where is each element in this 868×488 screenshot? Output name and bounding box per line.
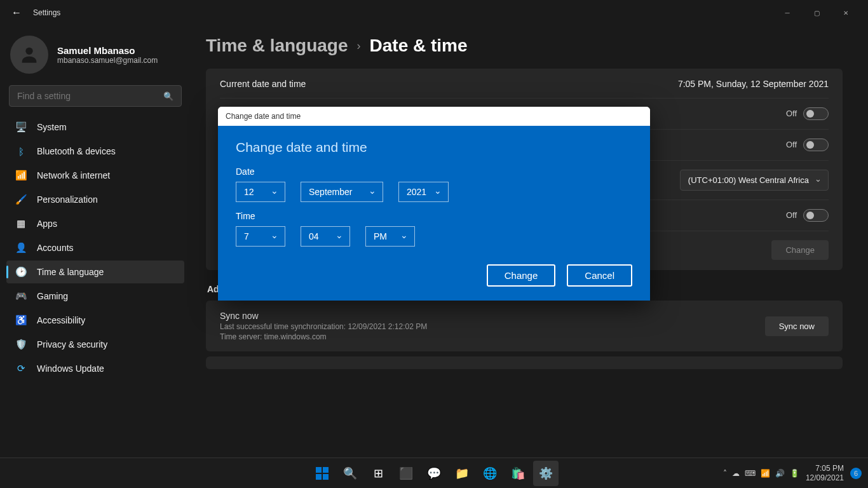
sync-now-button[interactable]: Sync now [765, 316, 829, 336]
change-datetime-dialog: Change date and time Change date and tim… [218, 107, 650, 301]
dialog-change-button[interactable]: Change [487, 264, 556, 287]
current-datetime-value: 7:05 PM, Sunday, 12 September 2021 [678, 79, 829, 89]
battery-icon[interactable]: 🔋 [790, 469, 799, 478]
gaming-icon: 🎮 [15, 290, 27, 302]
store-icon[interactable]: 🛍️ [505, 461, 531, 486]
tray-chevron-icon[interactable]: ˄ [723, 469, 727, 478]
nav-apps[interactable]: ▦Apps [6, 212, 184, 235]
time-label: Time [236, 211, 632, 221]
brush-icon: 🖌️ [15, 194, 27, 205]
user-block[interactable]: Samuel Mbanaso mbanaso.samuel@gmail.com [6, 32, 184, 85]
dialog-cancel-button[interactable]: Cancel [567, 264, 632, 287]
svg-rect-2 [323, 467, 329, 473]
dialog-heading: Change date and time [236, 140, 632, 155]
nav-system[interactable]: 🖥️System [6, 116, 184, 139]
chat-icon[interactable]: 💬 [421, 461, 447, 486]
day-select[interactable]: 12 [236, 182, 285, 202]
maximize-button[interactable]: ▢ [802, 3, 831, 23]
update-icon: ⟳ [15, 363, 27, 374]
auto-time-state: Off [786, 109, 797, 118]
edge-icon[interactable]: 🌐 [477, 461, 503, 486]
settings-taskbar-icon[interactable]: ⚙️ [533, 461, 559, 486]
onedrive-icon[interactable]: ☁ [732, 469, 740, 478]
dialog-titlebar: Change date and time [218, 107, 650, 126]
date-label: Date [236, 166, 632, 177]
sync-title: Sync now [220, 311, 427, 321]
hour-select[interactable]: 7 [236, 226, 285, 247]
person-icon: 👤 [15, 242, 27, 254]
svg-rect-3 [316, 474, 322, 480]
avatar-icon [10, 36, 48, 74]
taskbar-clock[interactable]: 7:05 PM 12/09/2021 [806, 464, 844, 482]
ampm-select[interactable]: PM [365, 226, 415, 247]
nav-gaming[interactable]: 🎮Gaming [6, 285, 184, 308]
dst-state: Off [786, 210, 797, 220]
start-button[interactable] [309, 461, 335, 486]
taskbar: 🔍 ⊞ ⬛ 💬 📁 🌐 🛍️ ⚙️ ˄ ☁ ⌨ 📶 🔊 🔋 7:05 PM 12… [0, 458, 868, 488]
auto-tz-state: Off [786, 140, 797, 149]
nav-privacy[interactable]: 🛡️Privacy & security [6, 333, 184, 356]
wifi-icon: 📶 [15, 170, 27, 181]
search-input[interactable] [17, 91, 163, 101]
nav-windows-update[interactable]: ⟳Windows Update [6, 357, 184, 380]
minimize-button[interactable]: ─ [773, 3, 802, 23]
close-button[interactable]: ✕ [831, 3, 860, 23]
task-view-icon[interactable]: ⊞ [365, 461, 391, 486]
auto-time-toggle[interactable] [803, 107, 829, 120]
svg-rect-4 [323, 474, 329, 480]
breadcrumb: Time & language › Date & time [206, 36, 843, 56]
app-title: Settings [33, 8, 60, 17]
titlebar: ← Settings ─ ▢ ✕ [0, 0, 868, 25]
search-box[interactable]: 🔍 [9, 85, 182, 107]
widgets-icon[interactable]: ⬛ [393, 461, 419, 486]
nav-network[interactable]: 📶Network & internet [6, 164, 184, 187]
extra-card [206, 356, 843, 369]
current-datetime-label: Current date and time [220, 79, 306, 89]
sidebar: Samuel Mbanaso mbanaso.samuel@gmail.com … [0, 25, 191, 458]
back-button[interactable]: ← [8, 4, 25, 22]
breadcrumb-parent[interactable]: Time & language [206, 36, 348, 56]
sync-server: Time server: time.windows.com [220, 332, 427, 341]
keyboard-icon[interactable]: ⌨ [745, 469, 756, 478]
explorer-icon[interactable]: 📁 [449, 461, 475, 486]
nav-accessibility[interactable]: ♿Accessibility [6, 309, 184, 332]
breadcrumb-current: Date & time [370, 36, 468, 56]
timezone-select[interactable]: (UTC+01:00) West Central Africa [680, 170, 829, 191]
volume-icon[interactable]: 🔊 [775, 469, 785, 478]
taskbar-search-icon[interactable]: 🔍 [337, 461, 363, 486]
apps-icon: ▦ [15, 218, 27, 229]
minute-select[interactable]: 04 [301, 226, 350, 247]
dst-toggle[interactable] [803, 209, 829, 222]
user-name: Samuel Mbanaso [57, 45, 158, 56]
nav-personalization[interactable]: 🖌️Personalization [6, 188, 184, 211]
sync-last: Last successful time synchronization: 12… [220, 322, 427, 331]
shield-icon: 🛡️ [15, 339, 27, 350]
tray-wifi-icon[interactable]: 📶 [761, 469, 770, 478]
auto-tz-toggle[interactable] [803, 139, 829, 151]
change-datetime-button[interactable]: Change [771, 240, 829, 260]
accessibility-icon: ♿ [15, 315, 27, 326]
month-select[interactable]: September [301, 182, 383, 202]
system-icon: 🖥️ [15, 121, 27, 133]
clock-icon: 🕑 [15, 266, 27, 278]
nav-accounts[interactable]: 👤Accounts [6, 236, 184, 259]
search-icon: 🔍 [163, 92, 173, 101]
nav-time-language[interactable]: 🕑Time & language [6, 261, 184, 283]
notification-badge[interactable]: 6 [850, 468, 862, 479]
year-select[interactable]: 2021 [398, 182, 449, 202]
svg-point-0 [25, 48, 32, 55]
chevron-right-icon: › [357, 39, 361, 53]
nav-bluetooth[interactable]: ᛒBluetooth & devices [6, 140, 184, 163]
bluetooth-icon: ᛒ [15, 146, 27, 157]
svg-rect-1 [316, 467, 322, 473]
sync-card: Sync now Last successful time synchroniz… [206, 301, 843, 351]
user-email: mbanaso.samuel@gmail.com [57, 56, 158, 65]
